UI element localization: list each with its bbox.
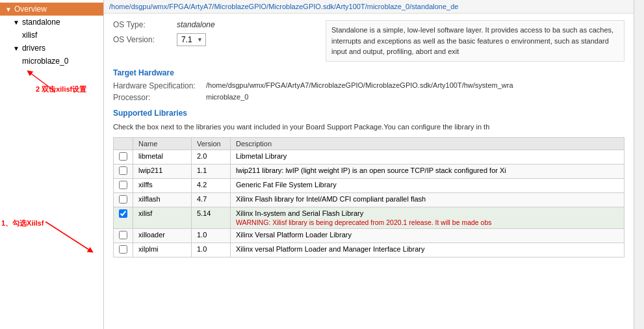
lib-checkbox-xilisf[interactable] [119, 209, 127, 218]
lib-desc-3: Xilinx Flash library for Intel/AMD CFI c… [231, 193, 625, 207]
expand-arrow-overview: ▼ [5, 6, 12, 13]
content-body: OS Type: standalone OS Version: 7.1 Stan… [104, 14, 634, 329]
target-hardware-title: Target Hardware [113, 68, 625, 77]
sidebar: ▼Overview▼standalonexilisf▼driversmicrob… [0, 0, 104, 329]
annotation-1-arrow [39, 218, 104, 257]
lib-name-3: xilflash [133, 193, 192, 207]
col-description: Description [231, 138, 625, 150]
lib-desc-2: Generic Fat File System Library [231, 179, 625, 193]
sidebar-label-microblaze_0: microblaze_0 [22, 57, 68, 66]
lib-checkbox-libmetal[interactable] [119, 152, 127, 161]
lib-name-6: xilplmi [133, 243, 192, 257]
sidebar-label-standalone: standalone [22, 18, 60, 27]
os-type-row: OS Type: standalone [113, 20, 316, 29]
annotation-1-text: 1、勾选Xiilsf [1, 218, 92, 228]
table-row: lwip2111.1lwip211 library: lwIP (light w… [114, 164, 625, 179]
table-row: xilplmi1.0Xilinx versal Platform Loader … [114, 243, 625, 257]
hw-spec-label: Hardware Specification: [113, 81, 201, 90]
hw-proc-value: microblaze_0 [206, 93, 248, 102]
lib-checkbox-xilplmi[interactable] [119, 245, 127, 254]
lib-checkbox-xilffs[interactable] [119, 181, 127, 189]
sidebar-item-xilisf[interactable]: xilisf [0, 29, 103, 42]
lib-check-cell-1[interactable] [114, 164, 133, 179]
lib-desc-5: Xilinx Versal Platform Loader Library [231, 229, 625, 243]
col-name: Name [133, 138, 192, 150]
os-version-select-wrapper[interactable]: 7.1 [177, 33, 206, 46]
lib-check-cell-3[interactable] [114, 193, 133, 207]
expand-arrow-standalone: ▼ [13, 19, 19, 26]
scrollbar[interactable] [634, 0, 644, 329]
col-version: Version [192, 138, 231, 150]
expand-arrow-drivers: ▼ [13, 45, 19, 52]
table-row: xilisf5.14Xilinx In-system and Serial Fl… [114, 207, 625, 229]
lib-check-cell-2[interactable] [114, 179, 133, 193]
lib-check-cell-5[interactable] [114, 229, 133, 243]
lib-version-2: 4.2 [192, 179, 231, 193]
sidebar-item-overview[interactable]: ▼Overview [0, 3, 103, 16]
lib-version-3: 4.7 [192, 193, 231, 207]
col-check [114, 138, 133, 150]
os-type-label: OS Type: [113, 20, 172, 29]
os-version-row: OS Version: 7.1 [113, 33, 316, 46]
lib-check-cell-6[interactable] [114, 243, 133, 257]
lib-name-4: xilisf [133, 207, 192, 229]
annotation-1: 1、勾选Xiilsf [1, 218, 92, 228]
lib-check-cell-4[interactable] [114, 207, 133, 229]
supported-libraries-title: Supported Libraries [113, 109, 625, 118]
lib-name-1: lwip211 [133, 164, 192, 179]
lib-description: Check the box next to the libraries you … [113, 122, 625, 133]
annotation-2-arrow [23, 69, 62, 95]
os-type-value: standalone [177, 20, 215, 29]
lib-name-0: libmetal [133, 150, 192, 164]
hw-proc-label: Processor: [113, 93, 201, 102]
table-row: xilflash4.7Xilinx Flash library for Inte… [114, 193, 625, 207]
lib-name-2: xilffs [133, 179, 192, 193]
top-section: OS Type: standalone OS Version: 7.1 Stan… [113, 20, 625, 62]
sidebar-item-microblaze_0[interactable]: microblaze_0 [0, 55, 103, 68]
table-row: libmetal2.0Libmetal Library [114, 150, 625, 164]
annotation-2: 2 双击xilisf设置 [36, 85, 101, 94]
lib-version-1: 1.1 [192, 164, 231, 179]
path-text: /home/dsgpu/wmx/FPGA/ArtyA7/MicroblazeGP… [109, 3, 458, 10]
table-row: xilffs4.2Generic Fat File System Library [114, 179, 625, 193]
sidebar-item-standalone[interactable]: ▼standalone [0, 16, 103, 29]
os-settings: OS Type: standalone OS Version: 7.1 [113, 20, 316, 62]
lib-checkbox-xilflash[interactable] [119, 195, 127, 204]
lib-checkbox-lwip211[interactable] [119, 166, 127, 175]
library-table: Name Version Description libmetal2.0Libm… [113, 137, 625, 257]
lib-version-0: 2.0 [192, 150, 231, 164]
os-version-label: OS Version: [113, 35, 172, 44]
lib-desc-1: lwip211 library: lwIP (light weight IP) … [231, 164, 625, 179]
sidebar-label-overview: Overview [14, 5, 47, 14]
hw-spec-value: /home/dsgpu/wmx/FPGA/ArtyA7/MicroblazeGP… [206, 81, 513, 90]
main-content: /home/dsgpu/wmx/FPGA/ArtyA7/MicroblazeGP… [104, 0, 634, 329]
sidebar-label-xilisf: xilisf [22, 31, 37, 40]
annotation-2-text: 2 双击xilisf设置 [36, 85, 101, 94]
lib-version-5: 1.0 [192, 229, 231, 243]
path-bar: /home/dsgpu/wmx/FPGA/ArtyA7/MicroblazeGP… [104, 0, 634, 14]
sidebar-label-drivers: drivers [22, 44, 45, 53]
lib-version-4: 5.14 [192, 207, 231, 229]
lib-checkbox-xilloader[interactable] [119, 231, 127, 239]
sidebar-item-drivers[interactable]: ▼drivers [0, 42, 103, 55]
hw-spec-row: Hardware Specification: /home/dsgpu/wmx/… [113, 81, 625, 90]
lib-name-5: xilloader [133, 229, 192, 243]
lib-desc-4: Xilinx In-system and Serial Flash Librar… [231, 207, 625, 229]
lib-desc-0: Libmetal Library [231, 150, 625, 164]
table-row: xilloader1.0Xilinx Versal Platform Loade… [114, 229, 625, 243]
lib-version-6: 1.0 [192, 243, 231, 257]
lib-warning-4: WARNING: Xilisf library is being depreca… [236, 218, 619, 226]
os-description-text: Standalone is a simple, low-level softwa… [331, 26, 613, 55]
os-version-select[interactable]: 7.1 [177, 33, 206, 46]
table-header-row: Name Version Description [114, 138, 625, 150]
hw-proc-row: Processor: microblaze_0 [113, 93, 625, 102]
lib-desc-6: Xilinx versal Platform Loader and Manage… [231, 243, 625, 257]
lib-check-cell-0[interactable] [114, 150, 133, 164]
os-description-box: Standalone is a simple, low-level softwa… [326, 20, 625, 62]
